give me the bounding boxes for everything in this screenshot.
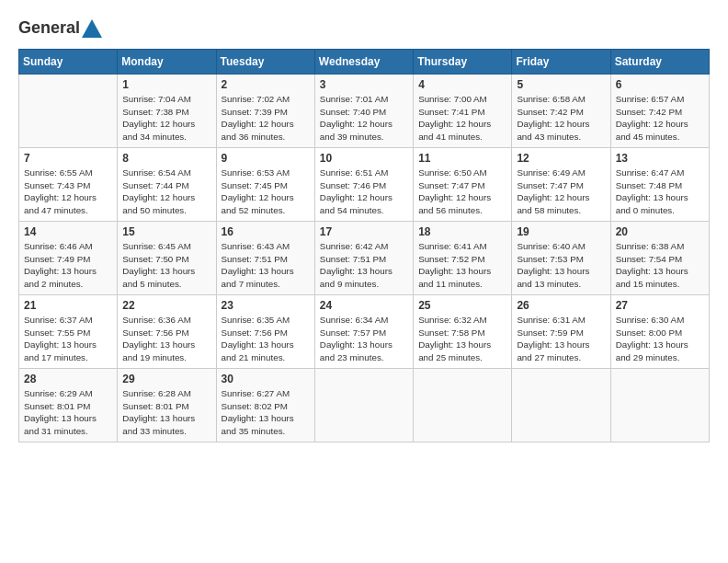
day-info: Sunrise: 7:02 AMSunset: 7:39 PMDaylight:…: [222, 93, 310, 144]
day-info: Sunrise: 6:30 AMSunset: 8:00 PMDaylight:…: [616, 314, 704, 364]
day-info: Sunrise: 6:36 AMSunset: 7:56 PMDaylight:…: [122, 314, 210, 364]
header: General: [18, 18, 710, 34]
calendar-cell: 11Sunrise: 6:50 AMSunset: 7:47 PMDayligh…: [414, 148, 512, 222]
calendar-cell: 9Sunrise: 6:53 AMSunset: 7:45 PMDaylight…: [216, 148, 314, 222]
logo-bird-icon: [82, 19, 102, 38]
calendar-week-2: 7Sunrise: 6:55 AMSunset: 7:43 PMDaylight…: [19, 148, 710, 222]
calendar-cell: 15Sunrise: 6:45 AMSunset: 7:50 PMDayligh…: [118, 222, 216, 295]
calendar-cell: 6Sunrise: 6:57 AMSunset: 7:42 PMDaylight…: [610, 75, 709, 148]
day-info: Sunrise: 6:43 AMSunset: 7:51 PMDaylight:…: [222, 240, 310, 291]
day-number: 19: [517, 225, 605, 238]
calendar-cell: [19, 75, 118, 148]
calendar-cell: 27Sunrise: 6:30 AMSunset: 8:00 PMDayligh…: [610, 295, 709, 369]
calendar-cell: 13Sunrise: 6:47 AMSunset: 7:48 PMDayligh…: [610, 148, 709, 222]
day-number: 29: [122, 373, 210, 385]
logo: General: [18, 18, 103, 34]
day-info: Sunrise: 6:51 AMSunset: 7:46 PMDaylight:…: [320, 167, 408, 217]
day-info: Sunrise: 7:04 AMSunset: 7:38 PMDaylight:…: [122, 93, 210, 144]
day-number: 16: [222, 225, 310, 238]
day-number: 5: [517, 78, 605, 91]
calendar-cell: 2Sunrise: 7:02 AMSunset: 7:39 PMDaylight…: [216, 75, 314, 148]
day-number: 8: [122, 152, 210, 165]
day-info: Sunrise: 6:50 AMSunset: 7:47 PMDaylight:…: [418, 167, 506, 217]
day-number: 30: [222, 373, 310, 385]
day-number: 13: [616, 152, 704, 165]
calendar-cell: 5Sunrise: 6:58 AMSunset: 7:42 PMDaylight…: [512, 75, 610, 148]
day-number: 21: [24, 299, 112, 312]
day-info: Sunrise: 6:46 AMSunset: 7:49 PMDaylight:…: [24, 240, 112, 291]
weekday-header-wednesday: Wednesday: [314, 50, 413, 75]
day-info: Sunrise: 6:53 AMSunset: 7:45 PMDaylight:…: [222, 167, 310, 217]
calendar-cell: 1Sunrise: 7:04 AMSunset: 7:38 PMDaylight…: [118, 75, 216, 148]
calendar-cell: [610, 369, 709, 442]
calendar-cell: [314, 369, 413, 442]
calendar-cell: 25Sunrise: 6:32 AMSunset: 7:58 PMDayligh…: [414, 295, 512, 369]
calendar-cell: 14Sunrise: 6:46 AMSunset: 7:49 PMDayligh…: [19, 222, 118, 295]
day-info: Sunrise: 6:35 AMSunset: 7:56 PMDaylight:…: [222, 314, 310, 364]
calendar-cell: 8Sunrise: 6:54 AMSunset: 7:44 PMDaylight…: [118, 148, 216, 222]
day-info: Sunrise: 6:38 AMSunset: 7:54 PMDaylight:…: [616, 240, 704, 291]
calendar-cell: 30Sunrise: 6:27 AMSunset: 8:02 PMDayligh…: [216, 369, 314, 442]
day-number: 27: [616, 299, 704, 312]
weekday-header-sunday: Sunday: [19, 50, 118, 75]
day-info: Sunrise: 6:58 AMSunset: 7:42 PMDaylight:…: [517, 93, 605, 144]
day-info: Sunrise: 6:32 AMSunset: 7:58 PMDaylight:…: [418, 314, 506, 364]
day-number: 11: [418, 152, 506, 165]
calendar-cell: 26Sunrise: 6:31 AMSunset: 7:59 PMDayligh…: [512, 295, 610, 369]
day-info: Sunrise: 6:41 AMSunset: 7:52 PMDaylight:…: [418, 240, 506, 291]
day-number: 17: [320, 225, 408, 238]
day-number: 12: [517, 152, 605, 165]
calendar-cell: [414, 369, 512, 442]
day-number: 1: [122, 78, 210, 91]
day-info: Sunrise: 7:00 AMSunset: 7:41 PMDaylight:…: [418, 93, 506, 144]
calendar-cell: 21Sunrise: 6:37 AMSunset: 7:55 PMDayligh…: [19, 295, 118, 369]
day-info: Sunrise: 6:55 AMSunset: 7:43 PMDaylight:…: [24, 167, 112, 217]
day-info: Sunrise: 7:01 AMSunset: 7:40 PMDaylight:…: [320, 93, 408, 144]
logo-general: General: [18, 18, 80, 38]
day-number: 3: [320, 78, 408, 91]
day-number: 18: [418, 225, 506, 238]
calendar-cell: 23Sunrise: 6:35 AMSunset: 7:56 PMDayligh…: [216, 295, 314, 369]
day-info: Sunrise: 6:45 AMSunset: 7:50 PMDaylight:…: [122, 240, 210, 291]
weekday-header-tuesday: Tuesday: [216, 50, 314, 75]
day-number: 9: [222, 152, 310, 165]
calendar-week-1: 1Sunrise: 7:04 AMSunset: 7:38 PMDaylight…: [19, 75, 710, 148]
calendar-cell: 19Sunrise: 6:40 AMSunset: 7:53 PMDayligh…: [512, 222, 610, 295]
day-number: 2: [222, 78, 310, 91]
day-number: 10: [320, 152, 408, 165]
calendar-cell: 7Sunrise: 6:55 AMSunset: 7:43 PMDaylight…: [19, 148, 118, 222]
calendar-cell: 3Sunrise: 7:01 AMSunset: 7:40 PMDaylight…: [314, 75, 413, 148]
weekday-header-saturday: Saturday: [610, 50, 709, 75]
day-info: Sunrise: 6:47 AMSunset: 7:48 PMDaylight:…: [616, 167, 704, 217]
calendar-week-3: 14Sunrise: 6:46 AMSunset: 7:49 PMDayligh…: [19, 222, 710, 295]
day-info: Sunrise: 6:37 AMSunset: 7:55 PMDaylight:…: [24, 314, 112, 364]
day-info: Sunrise: 6:42 AMSunset: 7:51 PMDaylight:…: [320, 240, 408, 291]
day-number: 22: [122, 299, 210, 312]
calendar-week-4: 21Sunrise: 6:37 AMSunset: 7:55 PMDayligh…: [19, 295, 710, 369]
calendar-cell: 18Sunrise: 6:41 AMSunset: 7:52 PMDayligh…: [414, 222, 512, 295]
weekday-header-thursday: Thursday: [414, 50, 512, 75]
weekday-header-monday: Monday: [118, 50, 216, 75]
calendar-cell: 10Sunrise: 6:51 AMSunset: 7:46 PMDayligh…: [314, 148, 413, 222]
calendar-cell: 12Sunrise: 6:49 AMSunset: 7:47 PMDayligh…: [512, 148, 610, 222]
day-info: Sunrise: 6:34 AMSunset: 7:57 PMDaylight:…: [320, 314, 408, 364]
calendar-cell: 22Sunrise: 6:36 AMSunset: 7:56 PMDayligh…: [118, 295, 216, 369]
day-number: 25: [418, 299, 506, 312]
calendar-cell: 28Sunrise: 6:29 AMSunset: 8:01 PMDayligh…: [19, 369, 118, 442]
weekday-header-friday: Friday: [512, 50, 610, 75]
day-number: 20: [616, 225, 704, 238]
calendar-header: SundayMondayTuesdayWednesdayThursdayFrid…: [19, 50, 710, 75]
day-number: 7: [24, 152, 112, 165]
day-info: Sunrise: 6:49 AMSunset: 7:47 PMDaylight:…: [517, 167, 605, 217]
calendar-cell: 29Sunrise: 6:28 AMSunset: 8:01 PMDayligh…: [118, 369, 216, 442]
day-number: 15: [122, 225, 210, 238]
calendar-cell: 24Sunrise: 6:34 AMSunset: 7:57 PMDayligh…: [314, 295, 413, 369]
day-info: Sunrise: 6:54 AMSunset: 7:44 PMDaylight:…: [122, 167, 210, 217]
calendar-cell: 4Sunrise: 7:00 AMSunset: 7:41 PMDaylight…: [414, 75, 512, 148]
day-info: Sunrise: 6:40 AMSunset: 7:53 PMDaylight:…: [517, 240, 605, 291]
day-number: 28: [24, 373, 112, 385]
calendar-week-5: 28Sunrise: 6:29 AMSunset: 8:01 PMDayligh…: [19, 369, 710, 442]
day-info: Sunrise: 6:29 AMSunset: 8:01 PMDaylight:…: [24, 387, 112, 438]
day-number: 23: [222, 299, 310, 312]
day-number: 24: [320, 299, 408, 312]
